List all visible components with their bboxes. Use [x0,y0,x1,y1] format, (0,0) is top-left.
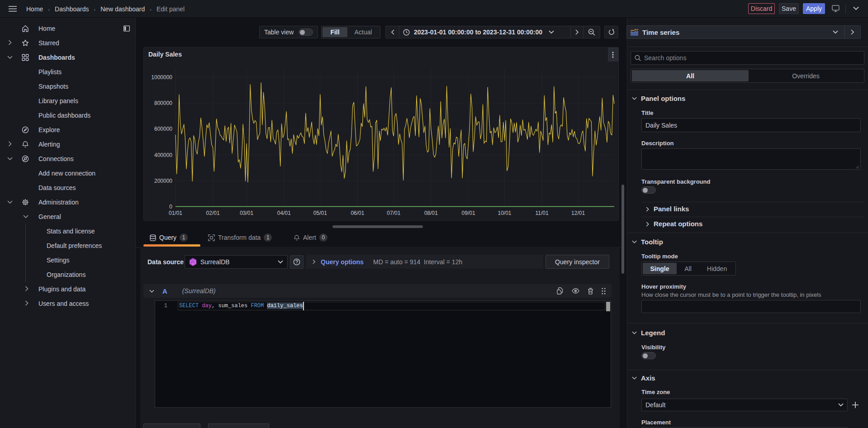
svg-text:11/01: 11/01 [536,210,549,216]
svg-text:800000: 800000 [154,100,172,106]
svg-text:04/01: 04/01 [277,210,291,216]
svg-text:02/01: 02/01 [206,210,220,216]
svg-text:07/01: 07/01 [387,210,400,216]
svg-text:200000: 200000 [154,178,172,184]
svg-text:06/01: 06/01 [351,210,364,216]
svg-text:0: 0 [169,204,172,210]
svg-text:10/01: 10/01 [498,210,511,216]
svg-text:400000: 400000 [154,152,172,158]
svg-text:1000000: 1000000 [151,74,172,81]
svg-text:08/01: 08/01 [424,210,438,216]
svg-text:01/01: 01/01 [169,210,182,216]
svg-text:05/01: 05/01 [313,210,327,216]
svg-text:600000: 600000 [154,126,172,132]
svg-text:03/01: 03/01 [240,210,253,216]
svg-text:12/01: 12/01 [571,210,585,216]
svg-text:09/01: 09/01 [462,210,475,216]
